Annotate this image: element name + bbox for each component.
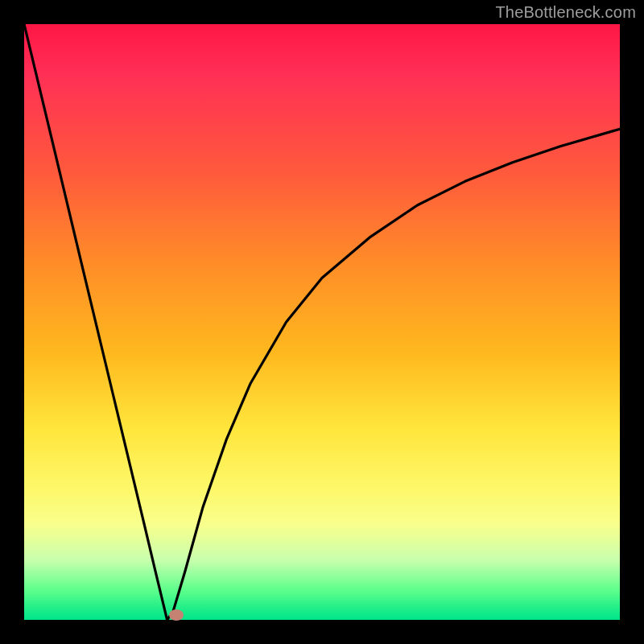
chart-frame: TheBottleneck.com: [0, 0, 644, 644]
min-point-marker: [169, 609, 184, 621]
watermark-text: TheBottleneck.com: [495, 3, 636, 22]
curve-left-branch: [24, 24, 167, 620]
bottleneck-curve: [24, 24, 620, 620]
curve-right-branch: [167, 129, 620, 620]
